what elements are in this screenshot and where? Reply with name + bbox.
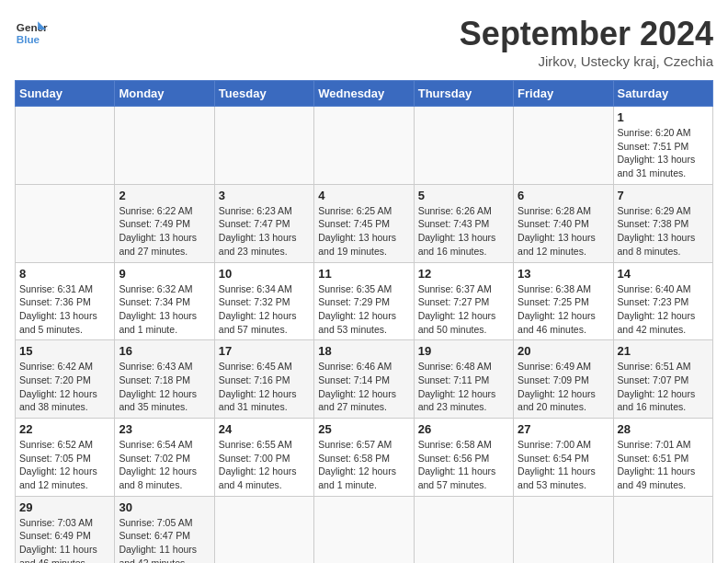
day-number: 9 — [119, 267, 210, 281]
week-row: 29Sunrise: 7:03 AM Sunset: 6:49 PM Dayli… — [16, 496, 713, 563]
table-row: 17Sunrise: 6:45 AM Sunset: 7:16 PM Dayli… — [214, 340, 313, 419]
day-info: Sunrise: 6:38 AM Sunset: 7:25 PM Dayligh… — [518, 282, 609, 337]
day-number: 27 — [518, 422, 609, 436]
title-area: September 2024 Jirkov, Ustecky kraj, Cze… — [460, 15, 713, 69]
table-row: 23Sunrise: 6:54 AM Sunset: 7:02 PM Dayli… — [115, 419, 214, 497]
day-number: 7 — [618, 189, 709, 202]
day-info: Sunrise: 7:03 AM Sunset: 6:49 PM Dayligh… — [19, 516, 110, 563]
day-info: Sunrise: 6:45 AM Sunset: 7:16 PM Dayligh… — [219, 360, 310, 414]
day-number: 17 — [219, 344, 310, 358]
table-row: 1Sunrise: 6:20 AM Sunset: 7:51 PM Daylig… — [613, 107, 712, 185]
table-row — [314, 496, 414, 563]
table-row: 11Sunrise: 6:35 AM Sunset: 7:29 PM Dayli… — [314, 262, 414, 340]
week-row: 1Sunrise: 6:20 AM Sunset: 7:51 PM Daylig… — [16, 107, 713, 185]
logo-icon: General Blue — [15, 15, 48, 48]
table-row: 20Sunrise: 6:49 AM Sunset: 7:09 PM Dayli… — [514, 340, 613, 419]
table-row: 24Sunrise: 6:55 AM Sunset: 7:00 PM Dayli… — [214, 419, 313, 497]
table-row: 28Sunrise: 7:01 AM Sunset: 6:51 PM Dayli… — [613, 419, 712, 497]
day-number: 6 — [518, 189, 609, 202]
week-row: 8Sunrise: 6:31 AM Sunset: 7:36 PM Daylig… — [16, 262, 713, 340]
day-info: Sunrise: 6:51 AM Sunset: 7:07 PM Dayligh… — [618, 360, 709, 414]
day-info: Sunrise: 6:20 AM Sunset: 7:51 PM Dayligh… — [618, 126, 709, 180]
table-row: 22Sunrise: 6:52 AM Sunset: 7:05 PM Dayli… — [16, 419, 115, 497]
table-row: 13Sunrise: 6:38 AM Sunset: 7:25 PM Dayli… — [514, 262, 613, 340]
table-row: 7Sunrise: 6:29 AM Sunset: 7:38 PM Daylig… — [613, 184, 712, 262]
table-row: 26Sunrise: 6:58 AM Sunset: 6:56 PM Dayli… — [414, 419, 513, 497]
day-number: 18 — [318, 344, 409, 358]
table-row — [613, 496, 712, 563]
day-info: Sunrise: 6:35 AM Sunset: 7:29 PM Dayligh… — [318, 282, 409, 337]
location: Jirkov, Ustecky kraj, Czechia — [460, 53, 713, 69]
table-row: 9Sunrise: 6:32 AM Sunset: 7:34 PM Daylig… — [115, 262, 214, 340]
table-row: 3Sunrise: 6:23 AM Sunset: 7:47 PM Daylig… — [214, 184, 313, 262]
table-row — [115, 107, 214, 185]
table-row: 19Sunrise: 6:48 AM Sunset: 7:11 PM Dayli… — [414, 340, 513, 419]
day-info: Sunrise: 6:25 AM Sunset: 7:45 PM Dayligh… — [318, 204, 409, 259]
day-number: 3 — [219, 189, 310, 202]
day-number: 11 — [318, 267, 409, 281]
day-info: Sunrise: 6:46 AM Sunset: 7:14 PM Dayligh… — [318, 360, 409, 414]
week-row: 15Sunrise: 6:42 AM Sunset: 7:20 PM Dayli… — [16, 340, 713, 419]
day-number: 2 — [119, 189, 210, 202]
table-row: 21Sunrise: 6:51 AM Sunset: 7:07 PM Dayli… — [613, 340, 712, 419]
table-row: 12Sunrise: 6:37 AM Sunset: 7:27 PM Dayli… — [414, 262, 513, 340]
header-day: Monday — [115, 81, 214, 107]
day-info: Sunrise: 6:55 AM Sunset: 7:00 PM Dayligh… — [219, 438, 310, 492]
week-row: 22Sunrise: 6:52 AM Sunset: 7:05 PM Dayli… — [16, 419, 713, 497]
day-info: Sunrise: 6:23 AM Sunset: 7:47 PM Dayligh… — [219, 204, 310, 259]
day-number: 20 — [518, 344, 609, 358]
day-number: 8 — [19, 267, 110, 281]
day-number: 12 — [418, 267, 509, 281]
day-info: Sunrise: 6:34 AM Sunset: 7:32 PM Dayligh… — [219, 282, 310, 337]
day-number: 28 — [618, 422, 709, 436]
day-info: Sunrise: 6:26 AM Sunset: 7:43 PM Dayligh… — [418, 204, 509, 259]
table-row: 30Sunrise: 7:05 AM Sunset: 6:47 PM Dayli… — [115, 496, 214, 563]
header-day: Tuesday — [214, 81, 313, 107]
day-info: Sunrise: 6:58 AM Sunset: 6:56 PM Dayligh… — [418, 438, 509, 492]
day-info: Sunrise: 6:48 AM Sunset: 7:11 PM Dayligh… — [418, 360, 509, 414]
day-info: Sunrise: 7:00 AM Sunset: 6:54 PM Dayligh… — [518, 438, 609, 492]
day-info: Sunrise: 6:40 AM Sunset: 7:23 PM Dayligh… — [618, 282, 709, 337]
day-number: 5 — [418, 189, 509, 202]
month-title: September 2024 — [460, 15, 713, 53]
day-number: 21 — [618, 344, 709, 358]
table-row: 4Sunrise: 6:25 AM Sunset: 7:45 PM Daylig… — [314, 184, 414, 262]
day-number: 25 — [318, 422, 409, 436]
table-row: 2Sunrise: 6:22 AM Sunset: 7:49 PM Daylig… — [115, 184, 214, 262]
day-info: Sunrise: 6:32 AM Sunset: 7:34 PM Dayligh… — [119, 282, 210, 337]
day-info: Sunrise: 6:52 AM Sunset: 7:05 PM Dayligh… — [19, 438, 110, 492]
table-row: 10Sunrise: 6:34 AM Sunset: 7:32 PM Dayli… — [214, 262, 313, 340]
table-row: 25Sunrise: 6:57 AM Sunset: 6:58 PM Dayli… — [314, 419, 414, 497]
day-number: 10 — [219, 267, 310, 281]
day-number: 19 — [418, 344, 509, 358]
day-info: Sunrise: 7:05 AM Sunset: 6:47 PM Dayligh… — [119, 516, 210, 563]
table-row: 15Sunrise: 6:42 AM Sunset: 7:20 PM Dayli… — [16, 340, 115, 419]
calendar-body: 1Sunrise: 6:20 AM Sunset: 7:51 PM Daylig… — [16, 107, 713, 564]
day-number: 29 — [19, 500, 110, 514]
table-row: 8Sunrise: 6:31 AM Sunset: 7:36 PM Daylig… — [16, 262, 115, 340]
table-row: 6Sunrise: 6:28 AM Sunset: 7:40 PM Daylig… — [514, 184, 613, 262]
header-day: Wednesday — [314, 81, 414, 107]
header-day: Saturday — [613, 81, 712, 107]
table-row: 14Sunrise: 6:40 AM Sunset: 7:23 PM Dayli… — [613, 262, 712, 340]
table-row — [16, 107, 115, 185]
table-row — [314, 107, 414, 185]
day-number: 16 — [119, 344, 210, 358]
day-info: Sunrise: 6:42 AM Sunset: 7:20 PM Dayligh… — [19, 360, 110, 414]
calendar-table: SundayMondayTuesdayWednesdayThursdayFrid… — [15, 80, 713, 563]
day-info: Sunrise: 6:31 AM Sunset: 7:36 PM Dayligh… — [19, 282, 110, 337]
table-row — [214, 107, 313, 185]
table-row: 16Sunrise: 6:43 AM Sunset: 7:18 PM Dayli… — [115, 340, 214, 419]
table-row — [414, 107, 513, 185]
table-row — [16, 184, 115, 262]
day-info: Sunrise: 6:54 AM Sunset: 7:02 PM Dayligh… — [119, 438, 210, 492]
logo: General Blue — [15, 15, 48, 48]
day-info: Sunrise: 6:22 AM Sunset: 7:49 PM Dayligh… — [119, 204, 210, 259]
day-number: 22 — [19, 422, 110, 436]
table-row — [414, 496, 513, 563]
svg-text:Blue: Blue — [17, 33, 40, 45]
day-number: 14 — [618, 267, 709, 281]
table-row: 27Sunrise: 7:00 AM Sunset: 6:54 PM Dayli… — [514, 419, 613, 497]
day-info: Sunrise: 6:28 AM Sunset: 7:40 PM Dayligh… — [518, 204, 609, 259]
header-day: Thursday — [414, 81, 513, 107]
